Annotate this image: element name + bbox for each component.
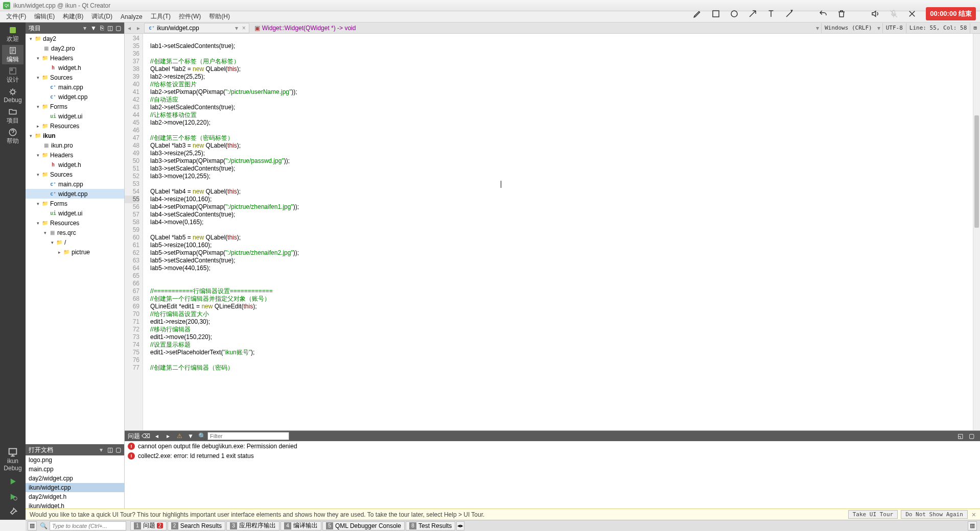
- square-icon[interactable]: [711, 9, 720, 18]
- doc-item[interactable]: day2/widget.cpp: [26, 474, 124, 483]
- tree-header-file[interactable]: hwidget.h: [26, 63, 124, 73]
- dont-show-button[interactable]: Do Not Show Again: [901, 510, 968, 519]
- tree-cpp-file[interactable]: c⁺main.cpp: [26, 179, 124, 189]
- issues-next-icon[interactable]: ▸: [165, 432, 172, 440]
- project-tree[interactable]: ▾📁day2 ▦day2.pro ▾📁Headers hwidget.h ▾📁S…: [26, 34, 124, 444]
- sync-icon[interactable]: ⎘: [99, 25, 105, 31]
- tree-folder[interactable]: ▸📁pictrue: [26, 247, 124, 257]
- tree-cpp-file[interactable]: c⁺main.cpp: [26, 82, 124, 92]
- output-search[interactable]: 2Search Results: [168, 521, 225, 530]
- menu-help[interactable]: 帮助(H): [205, 11, 234, 22]
- tree-headers[interactable]: ▾📁Headers: [26, 150, 124, 160]
- tree-headers[interactable]: ▾📁Headers: [26, 53, 124, 63]
- issues-clear-icon[interactable]: ⌫: [142, 432, 149, 440]
- mic-off-icon[interactable]: [889, 9, 898, 18]
- tree-prefix[interactable]: ▾📁/: [26, 237, 124, 247]
- issues-prev-icon[interactable]: ◂: [153, 432, 160, 440]
- editor-scrollbar[interactable]: [973, 34, 980, 430]
- run-button[interactable]: [2, 474, 24, 489]
- tree-forms[interactable]: ▾📁Forms: [26, 199, 124, 208]
- close-icon[interactable]: [907, 9, 917, 18]
- encoding-selector[interactable]: UTF-8: [882, 23, 906, 33]
- tree-pro-file[interactable]: ▦ikun.pro: [26, 140, 124, 150]
- tree-pro-file[interactable]: ▦day2.pro: [26, 43, 124, 53]
- maximize-icon[interactable]: ◱: [956, 432, 964, 440]
- mode-debug[interactable]: Debug: [2, 86, 24, 105]
- mode-help[interactable]: 帮助: [2, 127, 24, 146]
- nav-back-icon[interactable]: ◂: [125, 23, 134, 33]
- circle-icon[interactable]: [730, 9, 739, 18]
- arrow-icon[interactable]: [748, 9, 757, 18]
- doc-item-active[interactable]: ikun/widget.cpp: [26, 483, 124, 492]
- output-issues[interactable]: 1问题 2: [130, 521, 167, 530]
- filter-icon[interactable]: ▼: [90, 25, 97, 31]
- tree-ui-file[interactable]: uiwidget.ui: [26, 208, 124, 218]
- menu-window[interactable]: 控件(W): [175, 11, 205, 22]
- menu-file[interactable]: 文件(F): [2, 11, 30, 22]
- menu-analyze[interactable]: Analyze: [116, 12, 147, 21]
- undo-icon[interactable]: [819, 9, 828, 18]
- tree-project-ikun[interactable]: ▾📁ikun: [26, 131, 124, 140]
- mode-edit[interactable]: 编辑: [2, 45, 24, 64]
- lineending-selector[interactable]: Windows (CRLF): [821, 23, 875, 33]
- menu-tools[interactable]: 工具(T): [147, 11, 175, 22]
- output-compile[interactable]: 4编译输出: [281, 521, 321, 530]
- tree-ui-file[interactable]: uiwidget.ui: [26, 111, 124, 121]
- doc-item[interactable]: main.cpp: [26, 465, 124, 474]
- code-content[interactable]: lab1->setScaledContents(true); //创建第二个标签…: [143, 34, 980, 430]
- split-icon[interactable]: ◫: [107, 25, 113, 31]
- menu-debug[interactable]: 调试(D): [87, 11, 116, 22]
- mode-welcome[interactable]: 欢迎: [2, 25, 24, 44]
- issue-row[interactable]: !collect2.exe: error: ld returned 1 exit…: [125, 451, 980, 461]
- sound-icon[interactable]: [871, 9, 880, 18]
- nav-fwd-icon[interactable]: ▸: [134, 23, 143, 33]
- text-icon[interactable]: [766, 9, 776, 18]
- scrollbar-thumb[interactable]: [974, 115, 979, 228]
- menu-build[interactable]: 构建(B): [59, 11, 87, 22]
- warning-icon[interactable]: ⚠: [176, 432, 183, 440]
- issues-list[interactable]: !cannot open output file debug\ikun.exe:…: [125, 441, 980, 520]
- tree-forms[interactable]: ▾📁Forms: [26, 102, 124, 111]
- output-app[interactable]: 3应用程序输出: [226, 521, 279, 530]
- tree-cpp-file-active[interactable]: c⁺widget.cpp: [26, 189, 124, 199]
- file-crumb[interactable]: c⁺ ikun/widget.cpp ▾ ×: [144, 23, 249, 33]
- split-icon[interactable]: ◫: [107, 447, 113, 453]
- mode-design[interactable]: 设计: [2, 65, 24, 85]
- split-editor-icon[interactable]: ⊞: [970, 23, 980, 33]
- trash-icon[interactable]: [837, 9, 846, 18]
- tree-resources[interactable]: ▸📁Resources: [26, 121, 124, 131]
- tree-cpp-file[interactable]: c⁺widget.cpp: [26, 92, 124, 102]
- output-test[interactable]: 8Test Results: [406, 521, 455, 530]
- pencil-icon[interactable]: [693, 9, 702, 18]
- issue-row[interactable]: !cannot open output file debug\ikun.exe:…: [125, 441, 980, 451]
- sidebar-toggle-icon[interactable]: ▥: [28, 521, 37, 530]
- filter-input[interactable]: [207, 432, 289, 440]
- close-panel-icon[interactable]: ▢: [115, 447, 121, 453]
- minimize-icon[interactable]: ▢: [968, 432, 975, 440]
- tree-resources[interactable]: ▾📁Resources: [26, 218, 124, 228]
- debug-run-button[interactable]: [2, 489, 24, 504]
- locator-input[interactable]: [50, 521, 126, 530]
- symbol-crumb[interactable]: ▣ Widget::Widget(QWidget *) -> void: [251, 23, 359, 33]
- doc-item[interactable]: day2/widget.h: [26, 492, 124, 501]
- tree-sources[interactable]: ▾📁Sources: [26, 170, 124, 179]
- close-info-icon[interactable]: ×: [972, 511, 976, 519]
- build-button[interactable]: [2, 504, 24, 520]
- code-editor[interactable]: 3435363738394041424344454647484950515253…: [125, 34, 980, 430]
- output-qml[interactable]: 5QML Debugger Console: [322, 521, 405, 530]
- filter-icon[interactable]: ▼: [187, 432, 194, 440]
- take-tour-button[interactable]: Take UI Tour: [848, 510, 898, 519]
- tree-qrc-file[interactable]: ▾▦res.qrc: [26, 228, 124, 237]
- mode-projects[interactable]: 项目: [2, 106, 24, 126]
- close-panel-icon[interactable]: ▢: [115, 25, 121, 31]
- tree-sources[interactable]: ▾📁Sources: [26, 73, 124, 82]
- doc-item[interactable]: logo.png: [26, 455, 124, 465]
- rsidebar-toggle-icon[interactable]: ▥: [968, 521, 977, 530]
- close-file-icon[interactable]: ×: [242, 25, 246, 32]
- record-timer[interactable]: 00:00:00 结束: [926, 7, 976, 20]
- kit-selector[interactable]: ikun Debug: [2, 444, 24, 474]
- tree-project-day2[interactable]: ▾📁day2: [26, 34, 124, 43]
- more-outputs-icon[interactable]: ◂▸: [456, 521, 464, 530]
- wand-icon[interactable]: [785, 9, 794, 18]
- tree-header-file[interactable]: hwidget.h: [26, 160, 124, 170]
